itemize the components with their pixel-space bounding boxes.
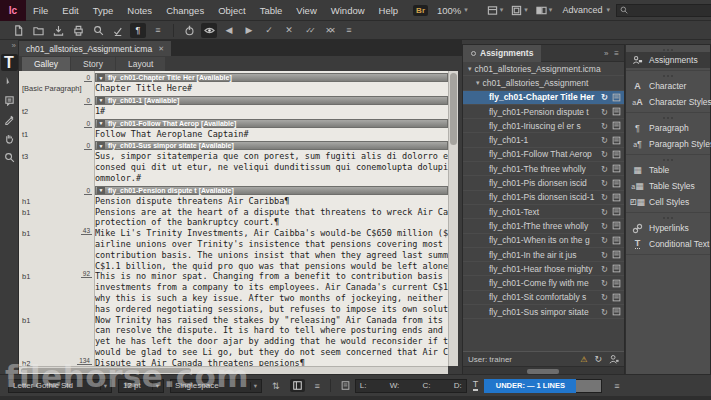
collapse-story-icon[interactable]: ▼ <box>97 187 105 194</box>
assignment-story[interactable]: fly_ch01-1↻ <box>463 133 624 147</box>
note-tool[interactable] <box>1 92 18 109</box>
reject-all-changes-button[interactable]: ✕✕ <box>321 23 337 38</box>
print-button[interactable] <box>70 23 86 38</box>
dock-item-paragraph[interactable]: ¶Paragraph <box>626 120 710 136</box>
story-frame-icon[interactable] <box>612 220 621 231</box>
story-frame-icon[interactable] <box>612 278 621 289</box>
line-spacing-icon[interactable]: ⇅ <box>272 381 280 391</box>
reject-change-button[interactable]: ✕ <box>281 23 297 38</box>
update-story-icon[interactable]: ↻ <box>601 135 608 145</box>
scrollbar-thumb[interactable] <box>21 368 191 373</box>
menu-help[interactable]: Help <box>372 0 406 21</box>
paragraph-text[interactable]: Now Trinity has raised the stakes by "re… <box>95 315 448 358</box>
update-story-icon[interactable]: ↻ <box>601 192 608 202</box>
paragraph-text[interactable]: Pensions are at the heart of a dispute t… <box>95 207 448 229</box>
story-frame-icon[interactable] <box>612 206 621 217</box>
paragraph-text[interactable]: Mike Li's Trinity Investments, Air Caibb… <box>95 228 448 271</box>
user-icon[interactable] <box>609 354 619 364</box>
update-story-icon[interactable]: ↻ <box>601 235 608 245</box>
assignment-story[interactable]: fly_ch01-Iriuscing el er s↻ <box>463 119 624 133</box>
search-box[interactable] <box>616 4 711 17</box>
story-header-bar[interactable]: ▼fly_ch01-Follow That Aerop [Available] <box>95 119 448 128</box>
menu-object[interactable]: Object <box>211 0 252 21</box>
menu-file[interactable]: File <box>26 0 55 21</box>
story-frame-icon[interactable] <box>612 106 621 117</box>
update-story-icon[interactable]: ↻ <box>601 221 608 231</box>
dock-item-character-styles[interactable]: aACharacter Styles <box>626 94 710 110</box>
galley-view[interactable]: 0▼fly_ch01-Chapter Title Her [Available]… <box>19 71 448 366</box>
copyfit-menu-icon[interactable]: ≡ <box>614 381 619 391</box>
assignment-story[interactable]: fly_ch01-Sit comfortably s↻ <box>463 291 624 305</box>
show-hidden-characters-button[interactable]: ¶ <box>130 23 146 38</box>
find-button[interactable] <box>90 23 106 38</box>
workspace-switcher[interactable]: Advanced ▾ <box>556 5 616 15</box>
story-frame-icon[interactable] <box>612 306 621 317</box>
next-change-button[interactable]: ▶ <box>241 23 257 38</box>
menu-edit[interactable]: Edit <box>55 0 85 21</box>
update-story-icon[interactable]: ↻ <box>601 121 608 131</box>
panel-menu-icon[interactable]: ≡ <box>614 49 619 58</box>
dock-item-cell-styles[interactable]: ◰▦Cell Styles <box>626 194 710 210</box>
new-document-button[interactable] <box>10 23 26 38</box>
menu-changes[interactable]: Changes <box>159 0 211 21</box>
story-frame-icon[interactable] <box>612 149 621 160</box>
paragraph-text[interactable]: Sus, simpor sitatemperia que con porest,… <box>95 151 448 183</box>
zoom-level-dropdown[interactable]: 100% ▾ <box>432 5 473 16</box>
assignment-story[interactable]: fly_ch01-When its on the g↻ <box>463 234 624 248</box>
bridge-icon[interactable]: Br <box>413 5 428 16</box>
galley-info-toggle-icon[interactable] <box>290 379 305 392</box>
twirl-down-icon[interactable]: ▾ <box>468 65 472 73</box>
track-menu-button[interactable]: ≡ <box>341 23 357 38</box>
story-frame-icon[interactable] <box>612 92 621 103</box>
paragraph-text[interactable]: This is no minor spat. Changing from a b… <box>95 271 448 314</box>
save-content-button[interactable] <box>50 23 66 38</box>
paragraph-text[interactable]: Follow That Aeroplane Captain# <box>95 129 448 140</box>
menu-type[interactable]: Type <box>86 0 121 21</box>
update-story-icon[interactable]: ↻ <box>601 149 608 159</box>
assignment-story[interactable]: fly_ch01-Sus simpor sitate↻ <box>463 305 624 319</box>
tab-story[interactable]: Story <box>71 57 115 71</box>
story-frame-icon[interactable] <box>612 263 621 274</box>
close-tab-icon[interactable]: ✕ <box>158 45 164 53</box>
collapse-story-icon[interactable]: ▼ <box>97 74 105 81</box>
dock-item-assignments[interactable]: Assignments <box>626 52 710 68</box>
document-tab[interactable]: ch01_allstories_Assignment.icma ✕ <box>19 41 171 56</box>
assignment-story[interactable]: fly_ch01-Hear those mighty↻ <box>463 262 624 276</box>
tab-layout[interactable]: Layout <box>116 57 166 71</box>
dock-item-table-styles[interactable]: a▦Table Styles <box>626 178 710 194</box>
update-story-icon[interactable]: ↻ <box>601 278 608 288</box>
menu-window[interactable]: Window <box>324 0 372 21</box>
zoom-tool[interactable] <box>1 149 18 166</box>
search-input[interactable] <box>631 6 711 15</box>
open-button[interactable] <box>30 23 46 38</box>
story-frame-icon[interactable] <box>612 192 621 203</box>
story-frame-icon[interactable] <box>612 249 621 260</box>
update-story-icon[interactable]: ↻ <box>601 92 608 102</box>
assignment-story[interactable]: fly_ch01-Text↻ <box>463 205 624 219</box>
story-header-bar[interactable]: ▼fly_ch01-Sus simpor sitate [Available] <box>95 141 448 150</box>
update-story-icon[interactable]: ↻ <box>601 250 608 260</box>
view-options-dropdown[interactable]: ▾ <box>483 5 508 16</box>
eyedropper-tool[interactable] <box>1 111 18 128</box>
horizontal-scrollbar[interactable] <box>19 366 448 374</box>
collapse-tools-icon[interactable]: » <box>12 41 16 50</box>
tab-galley[interactable]: Galley <box>22 57 70 71</box>
update-story-icon[interactable]: ↻ <box>601 178 608 188</box>
update-design-button[interactable] <box>181 23 197 38</box>
frame-view-dropdown[interactable]: ▾ <box>507 5 532 16</box>
update-story-icon[interactable]: ↻ <box>601 292 608 302</box>
dock-item-conditional-text[interactable]: TConditional Text <box>626 236 710 252</box>
menu-notes[interactable]: Notes <box>120 0 159 21</box>
preview-button[interactable] <box>201 23 217 38</box>
refresh-icon[interactable]: ↻ <box>594 354 602 364</box>
vertical-scrollbar[interactable] <box>448 71 458 366</box>
assignment-story[interactable]: fly_ch01-Chapter Title Her↻ <box>463 91 624 105</box>
menu-view[interactable]: View <box>289 0 323 21</box>
collapse-story-icon[interactable]: ▼ <box>97 142 105 149</box>
screen-mode-dropdown[interactable]: ▾ <box>532 5 557 16</box>
copyfit-extra-field[interactable] <box>576 379 602 393</box>
line-spacing-select[interactable]: Singlespace▾ <box>170 379 262 393</box>
assignment-story[interactable]: fly_ch01-fThe three wholly↻ <box>463 219 624 233</box>
assignment-story[interactable]: fly_ch01-Pis dionsen iscid↻ <box>463 176 624 190</box>
collapse-story-icon[interactable]: ▼ <box>97 97 105 104</box>
